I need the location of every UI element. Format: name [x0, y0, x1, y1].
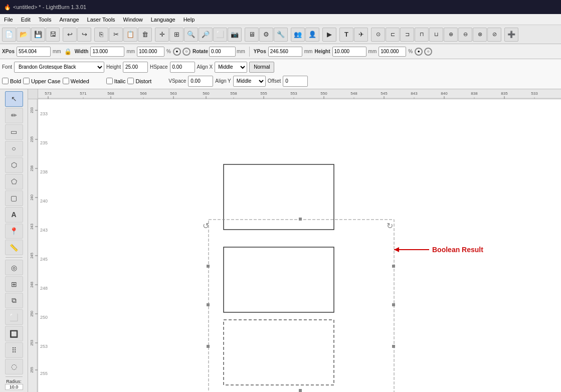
menu-help[interactable]: Help — [179, 14, 199, 25]
zoom-in-button[interactable]: 🔎 — [199, 28, 213, 42]
cut-button[interactable]: ✂ — [109, 28, 123, 42]
monitor-button[interactable]: 🖥 — [245, 28, 259, 42]
height-pct-input[interactable] — [381, 49, 403, 54]
open-button[interactable]: 📂 — [17, 28, 31, 42]
normal-button[interactable]: Normal — [249, 62, 274, 73]
zoom-fit-button[interactable]: ⊞ — [169, 28, 183, 42]
menu-window[interactable]: Window — [119, 14, 147, 25]
svg-text:838: 838 — [471, 91, 478, 96]
pen-tool[interactable]: ✏ — [5, 108, 23, 123]
settings-button[interactable]: ⚙ — [259, 28, 273, 42]
height-input-container[interactable] — [332, 47, 366, 57]
users-button[interactable]: 👥 — [291, 28, 305, 42]
menu-tools[interactable]: Tools — [35, 14, 56, 25]
save-button[interactable]: 💾 — [31, 28, 45, 42]
add-button[interactable]: ➕ — [504, 28, 518, 42]
bool6-btn[interactable]: ⊕ — [444, 28, 458, 42]
measure-tool[interactable]: 📏 — [5, 240, 23, 255]
lock-icon[interactable]: 🔒 — [64, 48, 72, 55]
bool4-btn[interactable]: ⊓ — [415, 28, 429, 42]
svg-text:↻: ↻ — [387, 222, 393, 230]
menu-arrange[interactable]: Arrange — [55, 14, 83, 25]
bool8-btn[interactable]: ⊗ — [473, 28, 487, 42]
width-pct-container[interactable] — [137, 47, 164, 57]
circle-tool[interactable]: ○ — [5, 141, 23, 156]
distort-checkbox[interactable] — [127, 78, 134, 84]
radio4[interactable]: ○ — [424, 48, 432, 56]
rotate-input[interactable] — [211, 49, 234, 54]
copy-button[interactable]: ⎘ — [94, 28, 108, 42]
rectangle-tool[interactable]: ▭ — [5, 124, 23, 140]
height-input[interactable] — [334, 49, 364, 54]
select-tool[interactable]: ↖ — [5, 91, 23, 107]
font-select[interactable]: Brandon Grotesque Black — [14, 62, 104, 73]
radio2[interactable]: ○ — [182, 48, 191, 56]
bool7-btn[interactable]: ⊖ — [458, 28, 472, 42]
rotate-input-container[interactable] — [209, 47, 236, 57]
move-button[interactable]: ✛ — [155, 28, 169, 42]
weld-tool[interactable]: 🔲 — [5, 326, 23, 341]
star-tool[interactable]: ⬠ — [5, 174, 23, 189]
paste-button[interactable]: 📋 — [123, 28, 137, 42]
delete-button[interactable]: 🗑 — [138, 28, 152, 42]
location-tool[interactable]: 📍 — [5, 224, 23, 239]
bold-checkbox[interactable] — [2, 78, 9, 84]
donut-tool[interactable]: ◎ — [5, 260, 23, 275]
bool2-btn[interactable]: ⊏ — [386, 28, 400, 42]
welded-checkbox[interactable] — [63, 78, 69, 84]
run-button[interactable]: ▶ — [322, 28, 336, 42]
menu-language[interactable]: Language — [147, 14, 179, 25]
frame-tool[interactable]: ▢ — [5, 190, 23, 206]
italic-checkbox[interactable] — [106, 78, 113, 84]
radio3[interactable]: ● — [415, 48, 423, 56]
polygon-tool[interactable]: ⬡ — [5, 157, 23, 173]
bool1-btn[interactable]: ⊙ — [371, 28, 385, 42]
height-pct-container[interactable] — [379, 47, 406, 57]
ypos-input[interactable] — [270, 49, 300, 54]
radio1[interactable]: ● — [173, 48, 181, 56]
undo-button[interactable]: ↩ — [63, 28, 77, 42]
font-height-input[interactable] — [123, 62, 148, 73]
italic-label: Italic — [114, 78, 126, 84]
grid-array-tool[interactable]: ⊞ — [5, 276, 23, 292]
wrench-button[interactable]: 🔧 — [274, 28, 288, 42]
align-y-select[interactable]: Middle — [233, 76, 266, 87]
new-button[interactable]: 📄 — [2, 28, 16, 42]
width-input[interactable] — [92, 49, 122, 54]
frame-button[interactable]: ⬜ — [213, 28, 227, 42]
circular-array-tool[interactable]: ◌ — [5, 359, 23, 374]
grid-dots-tool[interactable]: ⠿ — [5, 342, 23, 358]
saveas-button[interactable]: 🖫 — [46, 28, 60, 42]
offset-tool[interactable]: ⬜ — [5, 309, 23, 325]
svg-text:235: 235 — [40, 140, 48, 145]
bool5-btn[interactable]: ⊔ — [429, 28, 443, 42]
copy-along-tool[interactable]: ⧉ — [5, 293, 23, 308]
ypos-input-container[interactable] — [268, 47, 302, 57]
menu-edit[interactable]: Edit — [17, 14, 35, 25]
user-button[interactable]: 👤 — [305, 28, 319, 42]
width-input-container[interactable] — [90, 47, 124, 57]
bool3-btn[interactable]: ⊐ — [400, 28, 414, 42]
xpos-input[interactable] — [19, 49, 49, 54]
text-tool-left[interactable]: A — [5, 207, 23, 223]
menu-file[interactable]: File — [0, 14, 17, 25]
menu-laser-tools[interactable]: Laser Tools — [83, 14, 119, 25]
svg-text:240: 240 — [40, 199, 48, 204]
hspace-input[interactable] — [170, 62, 195, 73]
path-tool-btn[interactable]: ✈ — [354, 28, 368, 42]
text-tool-btn[interactable]: T — [339, 28, 353, 42]
align-x-select[interactable]: Middle — [215, 62, 247, 73]
xpos-input-container[interactable] — [17, 47, 51, 57]
zoom-out-button[interactable]: 🔍 — [184, 28, 198, 42]
canvas-area[interactable]: 573 571 568 566 563 560 558 555 553 550 … — [28, 89, 561, 392]
vspace-label: VSpace — [168, 78, 186, 84]
redo-button[interactable]: ↪ — [77, 28, 91, 42]
offset-input[interactable] — [283, 76, 308, 87]
canvas-grid[interactable]: 233 235 238 240 243 245 248 250 253 255 — [38, 99, 561, 392]
upper-case-checkbox[interactable] — [23, 78, 30, 84]
vspace-input[interactable] — [188, 76, 213, 87]
width-pct-input[interactable] — [139, 49, 161, 54]
radius-input[interactable] — [5, 384, 23, 390]
camera-button[interactable]: 📷 — [228, 28, 242, 42]
bool9-btn[interactable]: ⊘ — [487, 28, 501, 42]
